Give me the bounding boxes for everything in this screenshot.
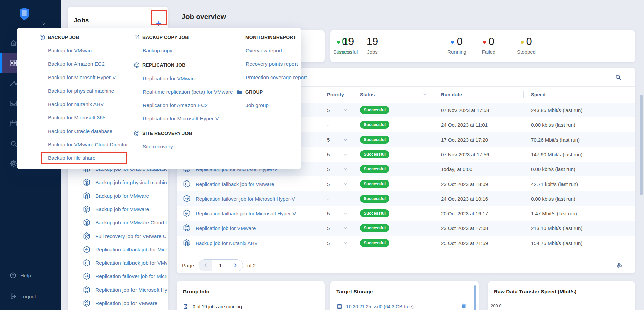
column-separator (523, 91, 524, 98)
menu-section-icon (133, 62, 140, 68)
menu-item[interactable]: Backup for Microsoft Hyper-V (39, 71, 130, 84)
table-row[interactable]: Backup job for Nutanix AHV 5 Successful … (177, 236, 635, 250)
jobs-list-item[interactable]: Full recovery job for VMware Cloud... (68, 229, 168, 243)
status-dot (521, 41, 524, 44)
status-badge: Successful (360, 136, 389, 144)
priority-chevron-icon[interactable] (343, 152, 348, 157)
speed: 154.75 Mbit/s (last run) (523, 240, 635, 246)
job-name-link[interactable]: Replication failback job for VMware (196, 181, 274, 187)
run-date: 25 Oct 2023 at 21:59 (438, 240, 523, 246)
jobs-list-item[interactable]: Backup job for VMware (68, 189, 168, 203)
status-stats: 0 Running 0 Failed 0 Stopped 19 Successf… (330, 30, 635, 62)
scrollbar-thumb[interactable] (640, 95, 643, 195)
menu-item[interactable]: Recovery points report (236, 57, 299, 71)
table-row[interactable]: Replication job for VMware 5 Successful … (177, 221, 635, 236)
menu-item[interactable]: Replication for Amazon EC2 (133, 99, 234, 112)
priority-value: - (327, 122, 337, 128)
priority-chevron-icon[interactable] (343, 137, 348, 142)
logout-button[interactable]: Logout (9, 293, 36, 300)
job-name: Backup job for VMware (95, 193, 149, 199)
job-type-icon (83, 286, 91, 294)
question-icon (9, 272, 17, 279)
group-info-text: 0 of 19 jobs are running (193, 304, 242, 309)
job-name-link[interactable]: Replication failover job for Microsoft H… (196, 196, 295, 202)
priority-chevron-icon[interactable] (343, 167, 348, 172)
current-page[interactable]: 1 (212, 260, 228, 271)
run-date: 23 Oct 2023 at 18:09 (438, 181, 523, 187)
app-logo-shield-icon[interactable] (19, 7, 30, 21)
menu-item[interactable]: Protection coverage report (236, 71, 299, 84)
menu-column-backup: BACKUP JOB Backup for VMware Backup for … (39, 31, 130, 165)
menu-item[interactable]: Backup copy (133, 44, 234, 57)
page-scrollbar[interactable] (640, 0, 643, 310)
page-title: Job overview (181, 13, 226, 21)
status-badge: Successful (360, 180, 389, 188)
job-name-link[interactable]: Replication job for VMware (196, 225, 256, 231)
help-button[interactable]: Help (9, 272, 31, 279)
speed: 0.00 kbit/s (last run) (523, 122, 635, 128)
status-stat-value: 0 (488, 36, 494, 47)
job-type-icon (183, 180, 191, 188)
jobs-list-item[interactable]: Replication job for VMware (68, 297, 168, 310)
speed: 243.85 Mbit/s (last run) (523, 107, 635, 113)
status-filter-chevron-icon[interactable] (422, 92, 428, 97)
menu-section-header: BACKUP JOB (39, 31, 130, 44)
job-name: Replication failback job for Microso... (95, 247, 167, 253)
job-name-link[interactable]: Backup job for Nutanix AHV (196, 240, 258, 246)
target-storage-link[interactable]: 10.30.21.25-ssd0 (64.3 GB free) (346, 304, 414, 309)
status-stat[interactable]: 19 Successful (330, 35, 361, 55)
table-settings-sliders-icon[interactable] (616, 262, 623, 269)
column-header-status[interactable]: Status (357, 92, 438, 97)
chevron-left-icon (203, 263, 208, 268)
priority-chevron-icon[interactable] (343, 226, 348, 231)
pager-control: 1 (199, 259, 243, 271)
column-header-speed[interactable]: Speed (523, 92, 635, 97)
menu-item[interactable]: Backup for Nutanix AHV (39, 98, 130, 111)
menu-item[interactable]: Backup for Microsoft 365 (39, 111, 130, 124)
jobs-list-item[interactable]: Replication failback job for Microso... (68, 243, 168, 256)
priority-chevron-icon[interactable] (343, 108, 348, 113)
menu-item[interactable]: Replication for Microsoft Hyper-V (133, 112, 234, 125)
prev-page-button[interactable] (199, 260, 212, 271)
priority-value: 5 (327, 107, 337, 113)
status-badge: Successful (360, 106, 389, 114)
table-row[interactable]: Replication failover job for Microsoft H… (177, 191, 635, 206)
status-stat[interactable]: 0 Stopped (508, 35, 545, 55)
menu-item[interactable]: Job group (236, 99, 299, 112)
jobs-list-item[interactable]: Replication failover job for Microsof... (68, 270, 168, 283)
menu-item[interactable]: Overview report (236, 44, 299, 57)
menu-item[interactable]: Real-time replication (beta) for VMware (133, 85, 234, 99)
jobs-list-item[interactable]: Replication failback job for VMware... (68, 256, 168, 270)
status-stat[interactable]: 0 Running (442, 35, 472, 55)
status-stat-label: Stopped (508, 49, 545, 55)
priority-chevron-icon[interactable] (343, 241, 348, 246)
status-stat[interactable]: 0 Failed (474, 35, 504, 55)
job-name-link[interactable]: Replication failback job for Microsoft H… (196, 211, 296, 216)
status-dot (451, 41, 454, 44)
table-row[interactable]: Replication failback job for VMware 5 Su… (177, 176, 635, 191)
menu-item[interactable]: Replication for VMware (133, 72, 234, 85)
menu-item[interactable]: Backup for file share (39, 151, 130, 165)
next-page-button[interactable] (228, 260, 243, 271)
priority-chevron-icon[interactable] (343, 182, 348, 187)
menu-item[interactable]: Backup for VMware (39, 44, 130, 57)
run-date: 20 Oct 2023 at 16:17 (438, 211, 523, 216)
menu-item[interactable]: Backup for VMware Cloud Director (39, 138, 130, 151)
menu-item[interactable]: Backup for Oracle database (39, 124, 130, 138)
jobs-list-item[interactable]: Backup job for VMware Cloud Direc... (68, 216, 168, 229)
jobs-list-item[interactable]: Backup job for physical machine (68, 176, 168, 189)
menu-item[interactable]: Backup for Amazon EC2 (39, 57, 130, 71)
table-row[interactable]: Replication failback job for Microsoft H… (177, 206, 635, 221)
search-icon[interactable] (615, 74, 622, 81)
card-scrollbar[interactable] (474, 285, 476, 310)
jobs-list-item[interactable]: Replication job for Microsoft Hyper-... (68, 283, 168, 297)
job-name: Full recovery job for VMware Cloud... (95, 233, 167, 239)
priority-chevron-icon[interactable] (343, 211, 348, 216)
menu-item[interactable]: Backup for physical machine (39, 84, 130, 98)
column-header-run-date[interactable]: Run date (438, 92, 523, 97)
menu-item[interactable]: Site recovery (133, 140, 234, 153)
column-header-priority[interactable]: Priority (319, 92, 357, 97)
run-date: 24 Oct 2023 at 11:01 (438, 122, 523, 128)
jobs-list-item[interactable]: Backup job for VMware (68, 203, 168, 216)
status-stat-value: 0 (457, 36, 462, 47)
